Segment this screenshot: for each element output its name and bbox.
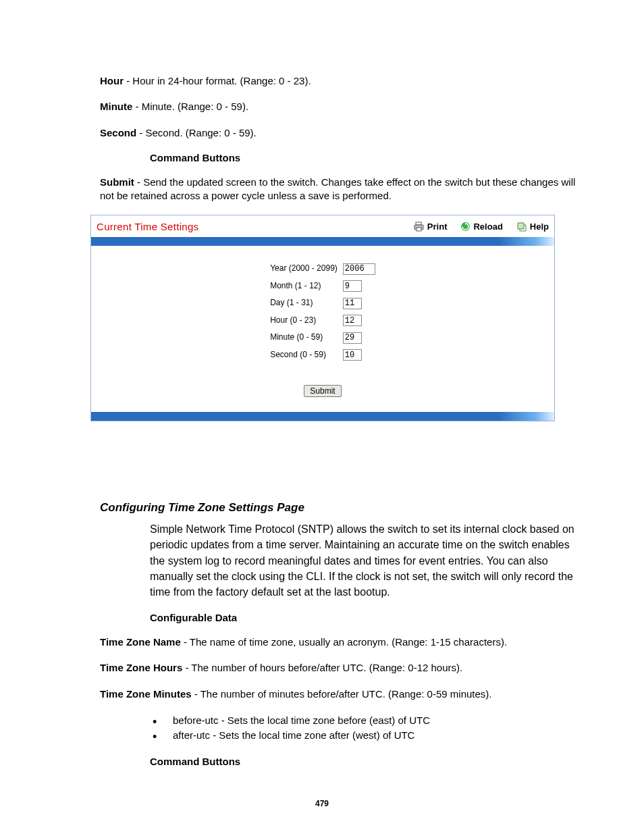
reload-label: Reload (473, 221, 502, 232)
input-year[interactable] (343, 263, 375, 275)
def-minute: Minute - Minute. (Range: 0 - 59). (100, 100, 576, 113)
bullet-before-utc: before-utc - Sets the local time zone be… (140, 713, 576, 729)
print-icon (414, 221, 425, 232)
term-tz-hours: Time Zone Hours (100, 662, 182, 673)
panel-actions: Print Reload Help (414, 221, 549, 232)
text-minute: - Minute. (Range: 0 - 59). (132, 101, 248, 112)
command-buttons-heading-1: Command Buttons (150, 152, 576, 163)
def-second: Second - Second. (Range: 0 - 59). (100, 126, 576, 140)
input-month[interactable] (343, 280, 362, 292)
submit-description: Submit - Send the updated screen to the … (100, 176, 576, 203)
label-day: Day (1 - 31) (267, 294, 340, 311)
current-time-settings-panel: Current Time Settings Print (90, 215, 555, 421)
help-label: Help (530, 221, 549, 232)
tz-section-title: Configuring Time Zone Settings Page (100, 501, 576, 515)
def-hour: Hour - Hour in 24-hour format. (Range: 0… (100, 74, 576, 88)
term-hour: Hour (100, 75, 124, 86)
label-year: Year (2000 - 2099) (267, 259, 340, 277)
help-button[interactable]: Help (516, 221, 549, 232)
configurable-data-heading: Configurable Data (150, 612, 576, 623)
term-second: Second (100, 127, 136, 138)
term-submit: Submit (100, 176, 134, 188)
text-tz-name: - The name of time zone, usually an acro… (181, 636, 507, 648)
help-icon (516, 221, 527, 232)
panel-body: Year (2000 - 2099) Month (1 - 12) Day (1… (91, 246, 554, 412)
input-day[interactable] (343, 298, 362, 309)
input-hour[interactable] (343, 315, 362, 326)
label-month: Month (1 - 12) (267, 277, 340, 294)
stripe-top (91, 237, 554, 246)
term-minute: Minute (100, 101, 132, 112)
text-hour: - Hour in 24-hour format. (Range: 0 - 23… (124, 75, 311, 86)
svg-rect-2 (417, 228, 421, 231)
reload-button[interactable]: Reload (460, 221, 502, 232)
label-hour: Hour (0 - 23) (267, 311, 340, 329)
reload-icon (460, 221, 471, 232)
panel-title-bar: Current Time Settings Print (91, 215, 554, 237)
page-number: 479 (0, 799, 644, 808)
input-minute[interactable] (343, 332, 362, 344)
text-tz-minutes: - The number of minutes before/after UTC… (192, 688, 492, 700)
svg-rect-0 (416, 222, 421, 225)
text-second: - Second. (Range: 0 - 59). (136, 127, 257, 138)
bullet-after-utc: after-utc - Sets the local time zone aft… (140, 728, 576, 744)
print-button[interactable]: Print (414, 221, 448, 232)
input-second[interactable] (343, 349, 362, 361)
utc-bullets: before-utc - Sets the local time zone be… (140, 713, 576, 744)
stripe-bottom (91, 412, 554, 421)
label-second: Second (0 - 59) (267, 346, 340, 363)
text-tz-hours: - The number of hours before/after UTC. … (182, 662, 462, 673)
command-buttons-heading-2: Command Buttons (150, 756, 576, 767)
def-tz-hours: Time Zone Hours - The number of hours be… (100, 661, 576, 675)
tz-section-intro: Simple Network Time Protocol (SNTP) allo… (150, 521, 576, 600)
form-grid: Year (2000 - 2099) Month (1 - 12) Day (1… (267, 259, 378, 363)
term-tz-name: Time Zone Name (100, 636, 181, 648)
print-label: Print (427, 221, 448, 232)
submit-button[interactable]: Submit (304, 385, 341, 397)
panel-title: Current Time Settings (97, 221, 198, 232)
def-tz-minutes: Time Zone Minutes - The number of minute… (100, 687, 576, 701)
label-minute: Minute (0 - 59) (267, 328, 340, 346)
text-submit: - Send the updated screen to the switch.… (100, 176, 575, 201)
def-tz-name: Time Zone Name - The name of time zone, … (100, 635, 576, 649)
term-tz-minutes: Time Zone Minutes (100, 688, 192, 700)
